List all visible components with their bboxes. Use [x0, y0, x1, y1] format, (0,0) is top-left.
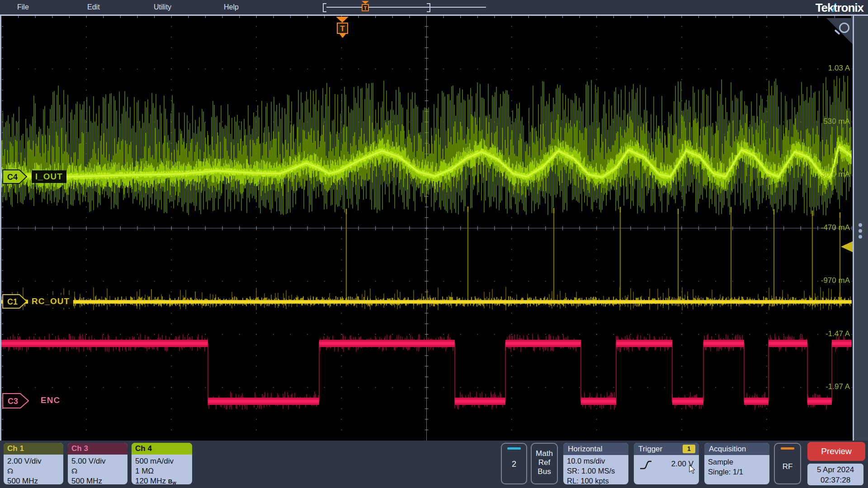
math-ref-bus-button[interactable]: Math Ref Bus: [531, 443, 558, 484]
trigger-position-tail-icon: [340, 34, 346, 38]
bw-limit-icon: B: [168, 478, 172, 484]
record-window-right-bracket[interactable]: [427, 3, 430, 12]
probe-icon: ☊: [68, 466, 127, 476]
horizontal-title: Horizontal: [563, 443, 628, 455]
preview-button[interactable]: Preview: [807, 442, 865, 461]
acquisition-panel[interactable]: Acquisition Sample Single: 1/1: [704, 443, 769, 484]
ch3-bandwidth: 500 MHz: [68, 476, 127, 484]
channel-1-badge[interactable]: Ch 1 2.00 V/div ☊ 500 MHz: [4, 443, 63, 484]
channel-label-iout[interactable]: I_OUT: [32, 170, 66, 183]
probe-icon: ☊: [4, 466, 63, 476]
svg-text:C1: C1: [7, 297, 18, 306]
channel-badge-c1[interactable]: C1: [2, 294, 28, 309]
svg-text:C3: C3: [8, 397, 18, 406]
tektronix-logo: Tek/tronix: [816, 1, 863, 15]
channel-badge-c4[interactable]: C4: [2, 169, 28, 184]
record-trigger-marker[interactable]: T: [362, 4, 369, 11]
scale-label-3: 30.0 mA: [821, 170, 850, 179]
rf-label: RF: [775, 462, 800, 471]
channel-4-badge[interactable]: Ch 4 500 mA/div 1 MΩ 120 MHz BW: [132, 443, 192, 484]
acquisition-mode: Sample: [704, 457, 769, 467]
channel-label-enc[interactable]: ENC: [37, 394, 64, 407]
channel-badge-c3[interactable]: C3: [2, 393, 29, 408]
trigger-panel[interactable]: Trigger 1 2.00 V: [634, 443, 699, 484]
rising-edge-icon: [639, 460, 652, 470]
record-window-left-bracket[interactable]: [323, 3, 326, 12]
mouse-cursor-icon: [689, 465, 696, 474]
ch4-header: Ch 4: [132, 443, 192, 455]
channel-2-button[interactable]: 2: [501, 443, 527, 484]
trigger-level-arrow-icon[interactable]: [840, 240, 854, 253]
scale-label-5: -970 mA: [821, 276, 850, 285]
ch2-label: 2: [502, 460, 526, 469]
ch1-bandwidth: 500 MHz: [4, 476, 63, 484]
channel-label-rcout[interactable]: RC_OUT: [28, 295, 73, 308]
trigger-source-badge: 1: [683, 445, 695, 453]
scale-label-7: -1.97 A: [826, 382, 850, 391]
ch3-scale: 5.00 V/div: [68, 456, 127, 466]
datetime-display[interactable]: 5 Apr 2024 02:37:28: [807, 464, 863, 485]
scale-label-6: -1.47 A: [826, 329, 850, 338]
horizontal-panel[interactable]: Horizontal 10.0 ms/div SR: 1.00 MS/s RL:…: [563, 443, 628, 484]
drag-handle-icon[interactable]: [859, 221, 862, 241]
oscilloscope-screen: File Edit Utility Help T Tek/tronix T C4…: [0, 0, 868, 488]
trigger-position-arrow-icon: [336, 17, 349, 23]
ch4-impedance: 1 MΩ: [132, 466, 192, 476]
menu-file[interactable]: File: [17, 3, 29, 11]
svg-text:C4: C4: [7, 173, 18, 182]
scale-label-2: 530 mA: [823, 117, 850, 126]
ch4-bandwidth: 120 MHz BW: [132, 476, 192, 484]
menu-edit[interactable]: Edit: [87, 3, 100, 11]
waveform-canvas[interactable]: [0, 16, 868, 441]
horizontal-scale: 10.0 ms/div: [563, 456, 628, 466]
scale-label-4: -470 mA: [821, 223, 850, 232]
status-bar: Ch 1 2.00 V/div ☊ 500 MHz Ch 3 5.00 V/di…: [0, 441, 868, 488]
graticule-left-border: [0, 16, 1, 441]
record-trigger-arrow-icon: [362, 1, 369, 4]
acquisition-single: Single: 1/1: [704, 467, 769, 477]
ch4-scale: 500 mA/div: [132, 456, 192, 466]
rf-button[interactable]: RF: [774, 443, 801, 484]
date: 5 Apr 2024: [807, 465, 863, 475]
ch2-color-bar-icon: [507, 447, 521, 450]
menu-help[interactable]: Help: [224, 3, 239, 11]
magnifier-icon: [839, 23, 849, 33]
record-position-line: [326, 7, 486, 8]
scale-label-1: 1.03 A: [828, 64, 850, 73]
ch1-header: Ch 1: [4, 443, 63, 455]
sample-rate: SR: 1.00 MS/s: [563, 466, 628, 476]
acquisition-title: Acquisition: [704, 443, 769, 455]
menu-utility[interactable]: Utility: [154, 3, 171, 11]
time: 02:37:28: [807, 475, 863, 485]
trigger-title: Trigger 1: [634, 443, 699, 455]
record-length: RL: 100 kpts: [563, 476, 628, 484]
menu-bar: File Edit Utility Help T Tek/tronix: [0, 0, 868, 16]
trigger-position-marker[interactable]: T: [337, 23, 348, 34]
channel-3-badge[interactable]: Ch 3 5.00 V/div ☊ 500 MHz: [68, 443, 127, 484]
ch1-scale: 2.00 V/div: [4, 456, 63, 466]
ch3-header: Ch 3: [68, 443, 127, 455]
rf-color-bar-icon: [781, 447, 794, 450]
